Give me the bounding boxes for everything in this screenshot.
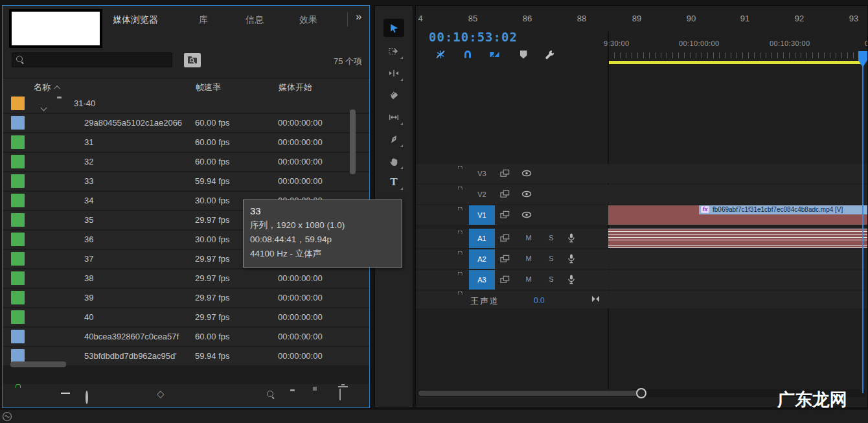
- wrench-icon: [544, 49, 555, 60]
- solo-button[interactable]: S: [547, 234, 556, 242]
- playhead-handle[interactable]: [858, 51, 867, 67]
- label-color-swatch[interactable]: [11, 155, 25, 168]
- video-clip[interactable]: fx fb069abf7c1f31e1cbf7ec084c4b8adc.mp4 …: [608, 205, 868, 225]
- tab-info[interactable]: 信息: [246, 14, 264, 26]
- label-color-swatch[interactable]: [11, 233, 25, 246]
- timeline-settings-button[interactable]: [543, 49, 555, 60]
- item-media-start: 00:00:00:00: [278, 351, 323, 361]
- pan-bowtie-icon[interactable]: [591, 295, 600, 303]
- list-item[interactable]: 29a80455a5102c1ae2066 60.00 fps 00:00:00…: [3, 114, 369, 132]
- sync-lock-icon[interactable]: [500, 233, 510, 243]
- razor-tool[interactable]: [383, 86, 404, 104]
- sequence-tab[interactable]: 86: [519, 14, 536, 23]
- label-color-swatch[interactable]: [11, 213, 25, 227]
- sync-lock-icon[interactable]: [500, 254, 510, 264]
- label-color-swatch[interactable]: [11, 116, 25, 130]
- slip-tool[interactable]: [383, 108, 404, 126]
- voiceover-record-mic-icon[interactable]: [566, 274, 577, 285]
- track-target-v1[interactable]: V1: [469, 205, 495, 225]
- label-color-swatch[interactable]: [11, 271, 25, 285]
- track-target-a2[interactable]: A2: [469, 249, 495, 269]
- horizontal-scrollbar[interactable]: [10, 361, 66, 367]
- solo-button[interactable]: S: [547, 255, 556, 262]
- sort-icons-button[interactable]: ◇: [157, 388, 165, 400]
- timeline-ruler[interactable]: [608, 52, 867, 58]
- zoom-slider-handle[interactable]: [86, 392, 88, 404]
- label-color-swatch[interactable]: [11, 174, 25, 188]
- label-color-swatch[interactable]: [11, 252, 25, 266]
- video-clip-titlebar[interactable]: fx fb069abf7c1f31e1cbf7ec084c4b8adc.mp4 …: [699, 205, 868, 214]
- sequence-tab[interactable]: 88: [573, 14, 590, 23]
- track-output-eye-icon[interactable]: [521, 169, 532, 177]
- playhead-timecode[interactable]: 00:10:53:02: [429, 30, 518, 44]
- item-name: 37: [84, 254, 193, 264]
- tab-effects[interactable]: 效果: [299, 14, 317, 26]
- label-color-swatch[interactable]: [11, 291, 25, 304]
- sync-lock-icon[interactable]: [500, 275, 510, 284]
- items-count: 75 个项: [297, 56, 362, 67]
- track-output-eye-icon[interactable]: [521, 211, 532, 219]
- sequence-tab[interactable]: 90: [683, 14, 700, 23]
- list-item[interactable]: 40bcea3928607c0cea57f 60.00 fps 00:00:00…: [3, 328, 369, 346]
- timeline-scrollbar-thumb[interactable]: [418, 391, 641, 396]
- solo-button[interactable]: S: [547, 275, 556, 283]
- mute-button[interactable]: M: [524, 255, 533, 262]
- list-item[interactable]: 39 29.97 fps 00:00:00:00: [3, 289, 369, 307]
- sequence-tab[interactable]: 85: [464, 14, 481, 23]
- sync-lock-icon[interactable]: [500, 189, 510, 199]
- label-color-swatch[interactable]: [11, 310, 25, 324]
- type-tool[interactable]: T: [383, 173, 404, 191]
- list-item[interactable]: 40 29.97 fps 00:00:00:00: [3, 308, 369, 326]
- tab-libraries[interactable]: 库: [199, 14, 208, 26]
- mute-button[interactable]: M: [524, 234, 533, 242]
- search-in-bin-button[interactable]: [184, 53, 201, 67]
- track-output-eye-icon[interactable]: [521, 190, 532, 198]
- hand-tool[interactable]: [383, 152, 404, 170]
- label-color-swatch[interactable]: [11, 97, 25, 110]
- delete-button[interactable]: [339, 389, 341, 400]
- track-target-a3[interactable]: A3: [469, 270, 495, 290]
- item-name: 36: [84, 234, 193, 244]
- list-item[interactable]: 31 60.00 fps 00:00:00:00: [3, 133, 369, 152]
- linked-selection-toggle[interactable]: [488, 49, 500, 60]
- folder-row[interactable]: 31-40: [3, 95, 369, 113]
- voiceover-record-mic-icon[interactable]: [566, 233, 577, 244]
- list-item[interactable]: 32 60.00 fps 00:00:00:00: [3, 153, 369, 171]
- list-item[interactable]: 38 29.97 fps 00:00:00:00: [3, 269, 369, 288]
- track-target-a1[interactable]: A1: [469, 229, 495, 248]
- voiceover-record-mic-icon[interactable]: [566, 253, 577, 264]
- mute-button[interactable]: M: [524, 275, 533, 283]
- column-name[interactable]: 名称: [34, 82, 60, 93]
- label-color-swatch[interactable]: [11, 135, 25, 149]
- list-item[interactable]: 33 59.94 fps 00:00:00:00: [3, 172, 369, 190]
- sync-lock-icon[interactable]: [500, 210, 510, 220]
- pen-tool[interactable]: [383, 130, 404, 148]
- track-target-v2[interactable]: V2: [469, 185, 495, 204]
- tab-media-browser[interactable]: 媒体浏览器: [113, 14, 158, 26]
- sequence-tab[interactable]: 89: [628, 14, 645, 23]
- column-frame-rate[interactable]: 帧速率: [196, 82, 221, 93]
- sync-lock-icon[interactable]: [500, 168, 510, 178]
- track-select-forward-tool[interactable]: [383, 42, 404, 60]
- sequence-tab[interactable]: 91: [737, 14, 753, 23]
- master-level-value[interactable]: 0.0: [534, 296, 545, 305]
- label-color-swatch[interactable]: [11, 349, 25, 363]
- ripple-edit-tool[interactable]: [383, 64, 404, 82]
- audio-clip[interactable]: [608, 229, 868, 248]
- label-color-swatch[interactable]: [11, 194, 25, 207]
- column-media-start[interactable]: 媒体开始: [279, 82, 312, 93]
- panel-overflow-chevron-icon[interactable]: »: [356, 10, 361, 23]
- sequence-tab[interactable]: 93: [845, 14, 862, 23]
- search-input[interactable]: [12, 52, 172, 67]
- selection-tool[interactable]: [383, 19, 404, 37]
- disclosure-chevron-icon[interactable]: [41, 101, 46, 113]
- snap-toggle[interactable]: [462, 49, 474, 60]
- insert-as-nest-toggle[interactable]: [435, 49, 446, 60]
- track-target-v3[interactable]: V3: [469, 164, 495, 183]
- label-color-swatch[interactable]: [11, 330, 25, 343]
- sequence-tab[interactable]: 4: [415, 14, 429, 23]
- timeline-zoom-handle[interactable]: [636, 388, 646, 398]
- sequence-tab[interactable]: 92: [791, 14, 808, 23]
- vertical-scrollbar[interactable]: [350, 109, 356, 174]
- add-marker-button[interactable]: [518, 49, 529, 60]
